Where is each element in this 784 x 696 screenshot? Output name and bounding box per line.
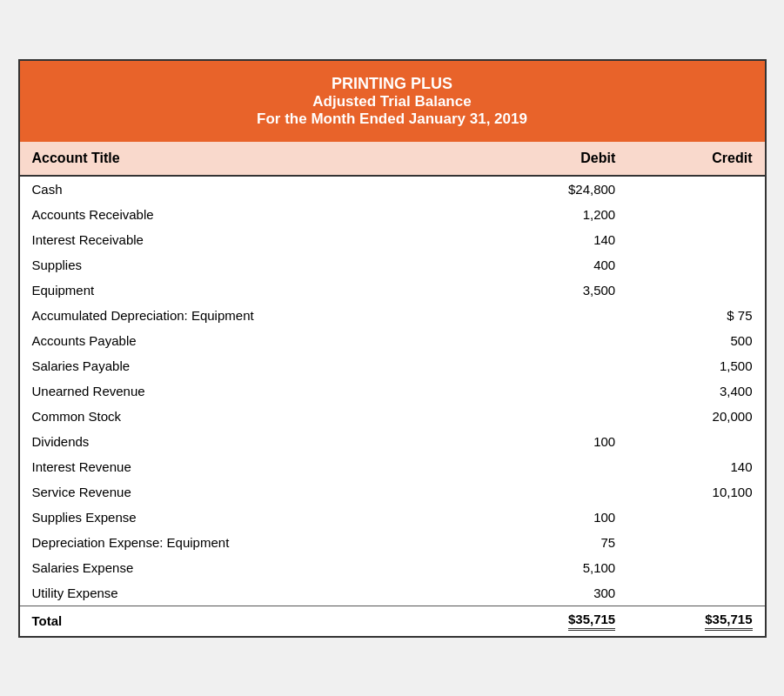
trial-balance-table: Account Title Debit Credit Cash$24,800Ac… [20, 142, 765, 636]
cell-total-credit: $35,715 [627, 606, 764, 636]
cell-debit [491, 454, 627, 479]
cell-credit: $ 75 [627, 303, 764, 328]
cell-debit: 140 [491, 227, 627, 252]
cell-debit: 300 [491, 580, 627, 606]
table-row: Equipment3,500 [20, 278, 765, 303]
col-credit: Credit [627, 142, 764, 176]
table-row: Common Stock20,000 [20, 404, 765, 429]
cell-account: Utility Expense [20, 580, 491, 606]
cell-debit [491, 353, 627, 378]
cell-debit: 1,200 [491, 202, 627, 227]
table-row: Supplies400 [20, 252, 765, 278]
cell-account: Supplies Expense [20, 505, 491, 530]
cell-account: Service Revenue [20, 479, 491, 505]
table-row: Unearned Revenue3,400 [20, 378, 765, 404]
cell-debit [491, 303, 627, 328]
report-period: For the Month Ended January 31, 2019 [29, 110, 756, 128]
cell-debit: 400 [491, 252, 627, 278]
cell-account: Accounts Receivable [20, 202, 491, 227]
cell-debit [491, 404, 627, 429]
col-account: Account Title [20, 142, 491, 176]
cell-account: Cash [20, 176, 491, 202]
cell-total-debit: $35,715 [491, 606, 627, 636]
cell-credit: 140 [627, 454, 764, 479]
cell-account: Interest Revenue [20, 454, 491, 479]
cell-credit [627, 530, 764, 555]
cell-account: Salaries Expense [20, 555, 491, 580]
cell-account: Accumulated Depreciation: Equipment [20, 303, 491, 328]
cell-credit: 500 [627, 328, 764, 353]
table-row-total: Total$35,715$35,715 [20, 606, 765, 636]
table-row: Salaries Expense5,100 [20, 555, 765, 580]
cell-credit [627, 202, 764, 227]
cell-debit: 75 [491, 530, 627, 555]
cell-debit: 5,100 [491, 555, 627, 580]
cell-debit: $24,800 [491, 176, 627, 202]
cell-debit: 100 [491, 505, 627, 530]
report-title: Adjusted Trial Balance [29, 93, 756, 110]
cell-account: Dividends [20, 429, 491, 454]
company-name: PRINTING PLUS [29, 75, 756, 93]
table-row: Utility Expense300 [20, 580, 765, 606]
table-row: Depreciation Expense: Equipment75 [20, 530, 765, 555]
cell-credit [627, 580, 764, 606]
cell-account: Unearned Revenue [20, 378, 491, 404]
cell-credit: 10,100 [627, 479, 764, 505]
table-row: Interest Receivable140 [20, 227, 765, 252]
cell-account: Common Stock [20, 404, 491, 429]
table-row: Cash$24,800 [20, 176, 765, 202]
table-row: Supplies Expense100 [20, 505, 765, 530]
cell-account: Depreciation Expense: Equipment [20, 530, 491, 555]
table-header: PRINTING PLUS Adjusted Trial Balance For… [20, 61, 765, 142]
table-row: Interest Revenue140 [20, 454, 765, 479]
cell-credit [627, 505, 764, 530]
table-row: Service Revenue10,100 [20, 479, 765, 505]
table-row: Accounts Payable500 [20, 328, 765, 353]
cell-credit: 1,500 [627, 353, 764, 378]
cell-debit: 100 [491, 429, 627, 454]
column-headers: Account Title Debit Credit [20, 142, 765, 176]
cell-credit [627, 176, 764, 202]
cell-credit [627, 227, 764, 252]
table-row: Accumulated Depreciation: Equipment$ 75 [20, 303, 765, 328]
table-container: PRINTING PLUS Adjusted Trial Balance For… [18, 59, 767, 638]
table-row: Salaries Payable1,500 [20, 353, 765, 378]
cell-total-label: Total [20, 606, 491, 636]
col-debit: Debit [491, 142, 627, 176]
cell-debit [491, 328, 627, 353]
cell-account: Interest Receivable [20, 227, 491, 252]
cell-credit [627, 429, 764, 454]
cell-debit [491, 479, 627, 505]
cell-credit [627, 252, 764, 278]
cell-debit [491, 378, 627, 404]
table-row: Dividends100 [20, 429, 765, 454]
cell-credit: 3,400 [627, 378, 764, 404]
table-row: Accounts Receivable1,200 [20, 202, 765, 227]
cell-account: Accounts Payable [20, 328, 491, 353]
cell-account: Equipment [20, 278, 491, 303]
cell-credit: 20,000 [627, 404, 764, 429]
cell-debit: 3,500 [491, 278, 627, 303]
cell-credit [627, 555, 764, 580]
cell-credit [627, 278, 764, 303]
cell-account: Salaries Payable [20, 353, 491, 378]
cell-account: Supplies [20, 252, 491, 278]
